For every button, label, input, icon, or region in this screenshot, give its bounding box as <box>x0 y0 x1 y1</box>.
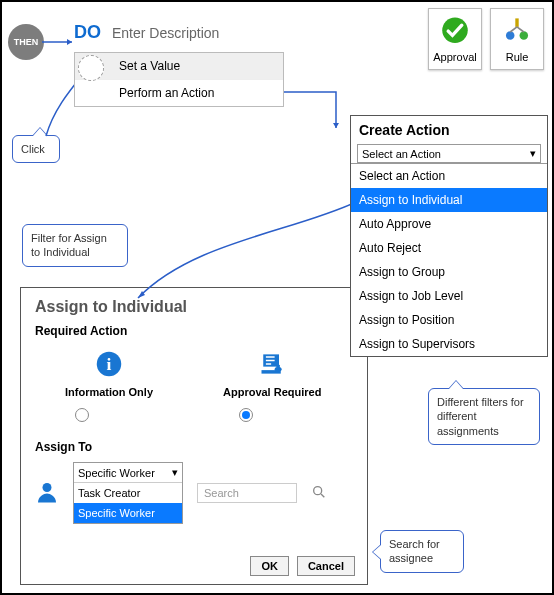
info-icon: i <box>95 350 123 386</box>
combo-opt-specific-worker[interactable]: Specific Worker <box>74 503 182 523</box>
opt-assign-individual[interactable]: Assign to Individual <box>351 188 547 212</box>
approval-required-option[interactable]: Approval Required <box>223 350 321 398</box>
radio-info-only[interactable] <box>75 408 89 422</box>
svg-point-10 <box>43 483 52 492</box>
menu-perform-action[interactable]: Perform an Action <box>75 80 283 106</box>
do-label: DO <box>74 22 101 43</box>
rule-button[interactable]: Rule <box>490 8 544 70</box>
opt-auto-approve[interactable]: Auto Approve <box>351 212 547 236</box>
search-icon[interactable] <box>311 484 327 503</box>
ok-button[interactable]: OK <box>250 556 289 576</box>
required-action-label: Required Action <box>35 324 353 338</box>
svg-point-3 <box>520 31 529 40</box>
opt-assign-job-level[interactable]: Assign to Job Level <box>351 284 547 308</box>
info-only-option[interactable]: i Information Only <box>65 350 153 398</box>
person-icon <box>35 480 59 507</box>
then-badge: THEN <box>8 24 44 60</box>
combo-value[interactable]: Specific Worker ▾ <box>74 463 182 483</box>
action-circle-icon <box>78 55 104 81</box>
rule-icon <box>500 15 534 51</box>
svg-point-2 <box>506 31 515 40</box>
opt-assign-group[interactable]: Assign to Group <box>351 260 547 284</box>
assign-individual-panel: Assign to Individual Required Action i I… <box>20 287 368 585</box>
create-action-panel: Create Action Select an Action ▾ Select … <box>350 115 548 357</box>
action-select[interactable]: Select an Action ▾ <box>357 144 541 163</box>
combo-value-text: Specific Worker <box>78 467 155 479</box>
radio-approval-required[interactable] <box>239 408 253 422</box>
callout-filter: Filter for Assign to Individual <box>22 224 128 267</box>
opt-assign-supervisors[interactable]: Assign to Supervisors <box>351 332 547 356</box>
callout-search-note: Search for assignee <box>380 530 464 573</box>
info-only-label: Information Only <box>65 386 153 398</box>
chevron-down-icon: ▾ <box>172 466 178 479</box>
assign-to-label: Assign To <box>35 440 353 454</box>
action-select-value: Select an Action <box>362 148 441 160</box>
opt-assign-position[interactable]: Assign to Position <box>351 308 547 332</box>
connector-filter <box>132 202 362 302</box>
stamp-icon <box>258 350 286 386</box>
action-options-list: Select an Action Assign to Individual Au… <box>351 163 547 356</box>
opt-auto-reject[interactable]: Auto Reject <box>351 236 547 260</box>
assign-to-combo[interactable]: Specific Worker ▾ Task Creator Specific … <box>73 462 183 524</box>
svg-rect-1 <box>515 18 518 27</box>
approval-required-label: Approval Required <box>223 386 321 398</box>
do-description[interactable]: Enter Description <box>112 25 219 41</box>
action-menu: Set a Value Perform an Action <box>74 52 284 107</box>
approval-label: Approval <box>433 51 476 63</box>
search-input[interactable]: Search <box>197 483 297 503</box>
rule-label: Rule <box>506 51 529 63</box>
menu-set-value[interactable]: Set a Value <box>75 53 283 80</box>
checkmark-icon <box>438 15 472 51</box>
approval-button[interactable]: Approval <box>428 8 482 70</box>
connector-then <box>42 38 76 46</box>
callout-filters-note: Different filters for different assignme… <box>428 388 540 445</box>
callout-click: Click <box>12 135 60 163</box>
create-action-title: Create Action <box>351 116 547 142</box>
combo-opt-task-creator[interactable]: Task Creator <box>74 483 182 503</box>
opt-select-action[interactable]: Select an Action <box>351 164 547 188</box>
svg-rect-9 <box>277 365 281 369</box>
svg-point-11 <box>314 486 322 494</box>
chevron-down-icon: ▾ <box>530 147 536 160</box>
svg-text:i: i <box>107 354 112 374</box>
cancel-button[interactable]: Cancel <box>297 556 355 576</box>
